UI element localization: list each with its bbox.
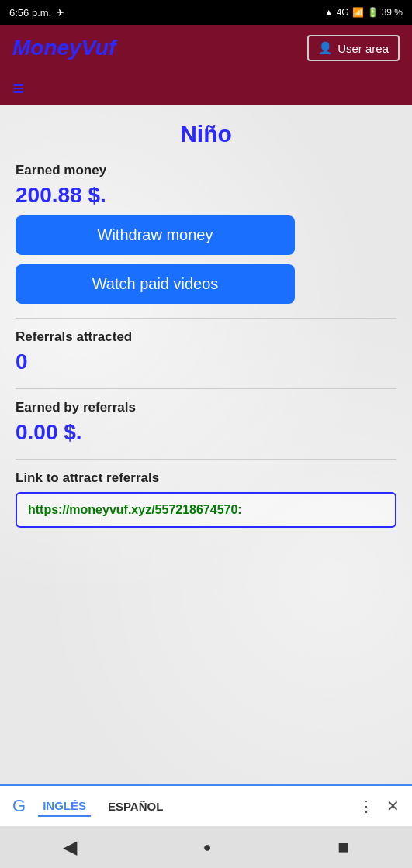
referral-link-box[interactable]: https://moneyvuf.xyz/557218674570:: [16, 492, 396, 528]
navbar-menu-row: ≡: [12, 71, 400, 105]
referrals-attracted-value: 0: [16, 350, 396, 374]
earned-money-value: 200.88 $.: [16, 183, 396, 208]
app-brand: MoneyVuf: [12, 36, 116, 60]
earned-by-referrals-section: Earned by referrals 0.00 $.: [16, 400, 396, 445]
ingles-button[interactable]: INGLÉS: [38, 796, 91, 817]
google-translate-icon: G: [12, 796, 26, 816]
referral-link-section: Link to attract referrals https://moneyv…: [16, 470, 396, 528]
user-area-label: User area: [338, 42, 389, 55]
status-bar: 6:56 p.m. ✈ ▲ 4G 📶 🔋 39 %: [0, 0, 412, 25]
earned-money-section: Earned money 200.88 $. Withdraw money Wa…: [16, 163, 396, 304]
navbar-top: MoneyVuf 👤 User area: [12, 25, 400, 71]
earned-money-label: Earned money: [16, 163, 396, 178]
watch-paid-videos-button[interactable]: Watch paid videos: [16, 264, 295, 304]
referrals-attracted-section: Referrals attracted 0: [16, 329, 396, 374]
signal-icon: ▲: [324, 7, 334, 18]
withdraw-money-button[interactable]: Withdraw money: [16, 215, 295, 255]
navigation-icon: ✈: [56, 7, 64, 19]
bottom-nav: ◀ ● ■: [0, 826, 412, 868]
page-title: Niño: [16, 121, 396, 147]
battery-percent: 39 %: [382, 7, 403, 18]
user-area-icon: 👤: [318, 41, 333, 55]
hamburger-menu-icon[interactable]: ≡: [12, 77, 24, 101]
home-button[interactable]: ●: [185, 833, 230, 862]
earned-by-referrals-value: 0.00 $.: [16, 420, 396, 445]
translation-bar: G INGLÉS ESPAÑOL ⋮ ✕: [0, 784, 412, 826]
divider-1: [16, 318, 396, 319]
translation-close-button[interactable]: ✕: [386, 797, 400, 815]
espanol-button[interactable]: ESPAÑOL: [103, 797, 168, 816]
divider-2: [16, 388, 396, 389]
earned-by-referrals-label: Earned by referrals: [16, 400, 396, 415]
recent-apps-button[interactable]: ■: [319, 830, 368, 864]
status-time-area: 6:56 p.m. ✈: [9, 7, 64, 19]
referral-link-text: https://moneyvuf.xyz/557218674570:: [28, 503, 242, 516]
translation-more-button[interactable]: ⋮: [358, 797, 374, 815]
navbar: MoneyVuf 👤 User area ≡: [0, 25, 412, 105]
referral-link-label: Link to attract referrals: [16, 470, 396, 486]
referrals-attracted-label: Referrals attracted: [16, 329, 396, 345]
battery-icon: 🔋: [367, 7, 379, 18]
main-content: Niño Earned money 200.88 $. Withdraw mon…: [0, 105, 412, 784]
status-icons-area: ▲ 4G 📶 🔋 39 %: [324, 7, 403, 18]
network-bar-icon: 📶: [352, 7, 364, 18]
status-time: 6:56 p.m.: [9, 7, 51, 19]
back-button[interactable]: ◀: [44, 830, 95, 864]
user-area-button[interactable]: 👤 User area: [307, 35, 400, 61]
network-4g-icon: 4G: [337, 7, 349, 18]
divider-3: [16, 459, 396, 460]
